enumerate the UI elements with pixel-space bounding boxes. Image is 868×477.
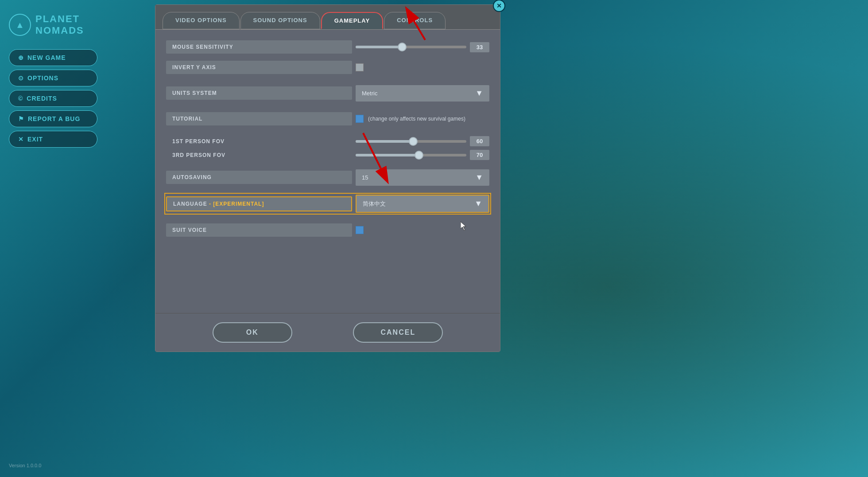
close-button[interactable]: ✕: [493, 0, 505, 12]
units-system-dropdown[interactable]: Metric ▼: [356, 85, 489, 102]
credits-button[interactable]: © CREDITS: [9, 90, 97, 107]
options-button[interactable]: ⊙ OPTIONS: [9, 70, 97, 86]
language-row: LANGUAGE - [EXPERIMENTAL] 简体中文 ▼: [166, 195, 489, 213]
fov-1st-value: 60: [470, 136, 489, 146]
autosaving-dropdown[interactable]: 15 ▼: [356, 169, 489, 186]
version-label: Version 1.0.0.0: [9, 463, 41, 468]
suit-voice-row: SUIT VOICE: [166, 222, 489, 238]
units-system-control: Metric ▼: [356, 85, 489, 102]
tab-controls[interactable]: CONTROLS: [384, 12, 446, 29]
language-label: LANGUAGE - [EXPERIMENTAL]: [166, 196, 352, 211]
mouse-sensitivity-label: MOUSE SENSITIVITY: [166, 40, 352, 54]
language-control: 简体中文 ▼: [356, 195, 489, 213]
ok-button[interactable]: OK: [213, 322, 292, 343]
fov-1st-label: 1ST PERSON FOV: [166, 138, 352, 145]
bug-icon: ⚑: [18, 115, 24, 122]
tutorial-control: (change only affects new survival games): [356, 115, 489, 123]
logo-text: PLANET NOMADS: [35, 13, 84, 37]
tutorial-row: TUTORIAL (change only affects new surviv…: [166, 110, 489, 127]
autosaving-row: AUTOSAVING 15 ▼: [166, 169, 489, 186]
fov-3rd-row: 3RD PERSON FOV 70: [166, 150, 489, 160]
tutorial-note: (change only affects new survival games): [368, 116, 465, 122]
exit-icon: ✕: [18, 136, 24, 143]
report-bug-button[interactable]: ⚑ REPORT A BUG: [9, 110, 97, 127]
invert-axis-row: INVERT Y AXIS: [166, 59, 489, 76]
mouse-sensitivity-row: MOUSE SENSITIVITY 33: [166, 39, 489, 55]
tab-sound-options[interactable]: SOUND OPTIONS: [240, 12, 320, 29]
language-dropdown-arrow: ▼: [474, 199, 482, 208]
settings-dialog: ✕ VIDEO OPTIONS SOUND OPTIONS GAMEPLAY C…: [155, 4, 500, 352]
mouse-sensitivity-track[interactable]: [356, 46, 466, 48]
tutorial-checkbox[interactable]: [356, 115, 364, 123]
fov-3rd-label: 3RD PERSON FOV: [166, 152, 352, 158]
fov-1st-track[interactable]: [356, 140, 466, 143]
units-system-row: UNITS SYSTEM Metric ▼: [166, 85, 489, 102]
mouse-sensitivity-value: 33: [470, 42, 489, 52]
language-dropdown[interactable]: 简体中文 ▼: [356, 195, 489, 213]
mouse-sensitivity-control: 33: [356, 42, 489, 52]
logo: ▲ PLANET NOMADS: [9, 13, 97, 37]
fov-1st-control: 60: [356, 136, 489, 146]
autosaving-label: AUTOSAVING: [166, 171, 352, 184]
tab-video-options[interactable]: VIDEO OPTIONS: [163, 12, 240, 29]
suit-voice-checkbox[interactable]: [356, 226, 364, 234]
invert-axis-control: [356, 63, 489, 71]
dialog-footer: OK CANCEL: [155, 313, 500, 352]
fov-3rd-control: 70: [356, 150, 489, 160]
fov-3rd-value: 70: [470, 150, 489, 160]
units-dropdown-arrow: ▼: [475, 89, 483, 98]
invert-axis-label: INVERT Y AXIS: [166, 61, 352, 74]
fov-3rd-fill: [356, 154, 417, 156]
credits-icon: ©: [18, 95, 23, 102]
fov-3rd-track[interactable]: [356, 154, 466, 156]
sidebar: ▲ PLANET NOMADS ⊕ NEW GAME ⊙ OPTIONS © C…: [9, 13, 97, 148]
new-game-button[interactable]: ⊕ NEW GAME: [9, 49, 97, 66]
invert-axis-checkbox[interactable]: [356, 63, 364, 71]
exit-button[interactable]: ✕ EXIT: [9, 131, 97, 148]
fov-1st-row: 1ST PERSON FOV 60: [166, 136, 489, 146]
autosaving-control: 15 ▼: [356, 169, 489, 186]
suit-voice-label: SUIT VOICE: [166, 223, 352, 237]
tutorial-label: TUTORIAL: [166, 112, 352, 125]
fov-3rd-slider-container: 70: [356, 150, 489, 160]
units-system-label: UNITS SYSTEM: [166, 86, 352, 100]
fov-3rd-thumb[interactable]: [415, 151, 423, 160]
logo-icon: ▲: [9, 14, 31, 36]
mouse-sensitivity-thumb[interactable]: [398, 43, 407, 51]
new-game-icon: ⊕: [18, 54, 24, 61]
fov-1st-slider-container: 60: [356, 136, 489, 146]
experimental-tag: - [EXPERIMENTAL]: [207, 201, 264, 207]
autosaving-dropdown-arrow: ▼: [475, 173, 483, 182]
cancel-button[interactable]: CANCEL: [353, 322, 443, 343]
suit-voice-control: [356, 226, 489, 234]
settings-content: MOUSE SENSITIVITY 33 INVERT Y AXIS UN: [155, 29, 500, 313]
options-icon: ⊙: [18, 74, 24, 82]
tab-gameplay[interactable]: GAMEPLAY: [321, 12, 383, 29]
mouse-sensitivity-slider-container: 33: [356, 42, 489, 52]
mouse-sensitivity-fill: [356, 46, 400, 48]
fov-1st-fill: [356, 140, 411, 143]
fov-1st-thumb[interactable]: [409, 137, 418, 146]
tab-bar: VIDEO OPTIONS SOUND OPTIONS GAMEPLAY CON…: [155, 5, 500, 29]
